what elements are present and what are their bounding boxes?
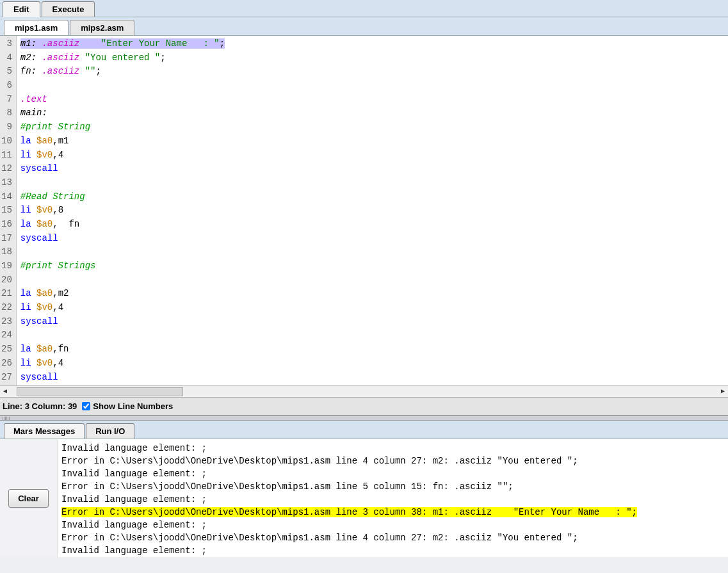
messages-text[interactable]: Invalid language element: ;Error in C:\U… — [58, 439, 728, 557]
splitter-grip-icon — [3, 417, 10, 420]
line-number: 16 — [1, 218, 12, 232]
code-line[interactable]: #Read String — [20, 190, 728, 204]
line-number: 24 — [1, 328, 12, 343]
status-bar: Line: 3 Column: 39 Show Line Numbers — [0, 397, 728, 416]
code-editor[interactable]: 3456789101112131415161718192021222324252… — [0, 36, 728, 385]
file-tabs: mips1.asmmips2.asm — [0, 17, 728, 36]
tab-mars-messages[interactable]: Mars Messages — [4, 423, 85, 439]
message-line[interactable]: Invalid language element: ; — [61, 467, 724, 480]
code-line[interactable]: la $a0,m2 — [20, 287, 728, 301]
horizontal-splitter[interactable] — [0, 416, 728, 421]
line-number: 3 — [1, 37, 12, 51]
line-number: 12 — [1, 162, 12, 176]
tab-execute[interactable]: Execute — [42, 1, 95, 17]
code-line[interactable]: fn: .asciiz ""; — [20, 65, 728, 79]
scroll-left-arrow-icon[interactable]: ◄ — [0, 387, 10, 397]
line-number: 13 — [1, 176, 12, 190]
line-number: 25 — [1, 343, 12, 357]
code-line[interactable]: la $a0,fn — [20, 343, 728, 357]
code-line[interactable] — [20, 79, 728, 93]
line-number: 14 — [1, 190, 12, 204]
code-line[interactable] — [20, 328, 728, 343]
scroll-right-arrow-icon[interactable]: ► — [718, 387, 728, 397]
code-line[interactable] — [20, 176, 728, 190]
show-line-numbers-checkbox[interactable] — [82, 402, 90, 410]
message-line[interactable]: Error in C:\Users\joodd\OneDrive\Desktop… — [61, 455, 724, 467]
messages-sidebar: Clear — [0, 439, 58, 557]
code-line[interactable]: li $v0,4 — [20, 301, 728, 315]
tab-edit[interactable]: Edit — [3, 1, 40, 17]
line-number: 21 — [1, 287, 12, 301]
line-number-gutter: 3456789101112131415161718192021222324252… — [0, 36, 17, 385]
status-column-label: Column: — [32, 401, 66, 411]
code-line[interactable] — [20, 273, 728, 287]
message-line[interactable]: Error in C:\Users\joodd\OneDrive\Desktop… — [61, 480, 724, 493]
line-number: 18 — [1, 245, 12, 259]
messages-panel: Clear Invalid language element: ;Error i… — [0, 439, 728, 557]
line-number: 15 — [1, 204, 12, 218]
code-line[interactable]: syscall — [20, 371, 728, 385]
line-number: 4 — [1, 51, 12, 65]
message-line[interactable]: Invalid language element: ; — [61, 442, 724, 455]
line-number: 23 — [1, 315, 12, 329]
code-line[interactable]: la $a0,m1 — [20, 134, 728, 149]
code-line[interactable]: li $v0,4 — [20, 357, 728, 371]
line-number: 26 — [1, 357, 12, 371]
code-line[interactable]: la $a0, fn — [20, 218, 728, 232]
scroll-thumb[interactable] — [17, 387, 183, 396]
code-line[interactable]: #print String — [20, 120, 728, 134]
code-area[interactable]: m1: .asciiz "Enter Your Name : ";m2: .as… — [17, 36, 728, 385]
file-tab[interactable]: mips2.asm — [70, 20, 134, 35]
status-line-number: 3 — [25, 401, 29, 411]
line-number: 17 — [1, 232, 12, 246]
show-line-numbers-label: Show Line Numbers — [93, 401, 173, 411]
line-number: 10 — [1, 134, 12, 149]
clear-button[interactable]: Clear — [8, 489, 49, 508]
line-number: 5 — [1, 65, 12, 79]
line-number: 6 — [1, 79, 12, 93]
line-number: 9 — [1, 120, 12, 134]
message-line[interactable]: Invalid language element: ; — [61, 493, 724, 506]
code-line[interactable]: syscall — [20, 315, 728, 329]
message-tabs: Mars Messages Run I/O — [0, 421, 728, 439]
code-line[interactable]: syscall — [20, 162, 728, 176]
code-line[interactable]: #print Strings — [20, 259, 728, 273]
tab-run-io[interactable]: Run I/O — [86, 423, 134, 439]
top-tabs: Edit Execute — [0, 0, 728, 17]
line-number: 20 — [1, 273, 12, 287]
scroll-track[interactable] — [10, 387, 718, 397]
code-line[interactable]: li $v0,8 — [20, 204, 728, 218]
message-line[interactable]: Invalid language element: ; — [61, 519, 724, 531]
file-tab[interactable]: mips1.asm — [4, 20, 69, 35]
code-line[interactable]: m2: .asciiz "You entered "; — [20, 51, 728, 65]
line-number: 19 — [1, 259, 12, 273]
line-number: 11 — [1, 149, 12, 163]
code-line[interactable]: syscall — [20, 232, 728, 246]
code-line[interactable]: main: — [20, 106, 728, 120]
code-line[interactable]: li $v0,4 — [20, 149, 728, 163]
line-number: 27 — [1, 371, 12, 385]
line-number: 8 — [1, 106, 12, 120]
message-line[interactable]: Error in C:\Users\joodd\OneDrive\Desktop… — [61, 531, 724, 544]
line-number: 7 — [1, 93, 12, 107]
code-line[interactable] — [20, 245, 728, 259]
code-line[interactable]: m1: .asciiz "Enter Your Name : "; — [20, 37, 728, 51]
line-number: 22 — [1, 301, 12, 315]
status-column-number: 39 — [68, 401, 77, 411]
message-line[interactable]: Invalid language element: ; — [61, 544, 724, 557]
status-line-label: Line: — [3, 401, 22, 411]
horizontal-scrollbar[interactable]: ◄ ► — [0, 385, 728, 397]
code-line[interactable]: .text — [20, 93, 728, 107]
message-line[interactable]: Error in C:\Users\joodd\OneDrive\Desktop… — [61, 506, 724, 519]
